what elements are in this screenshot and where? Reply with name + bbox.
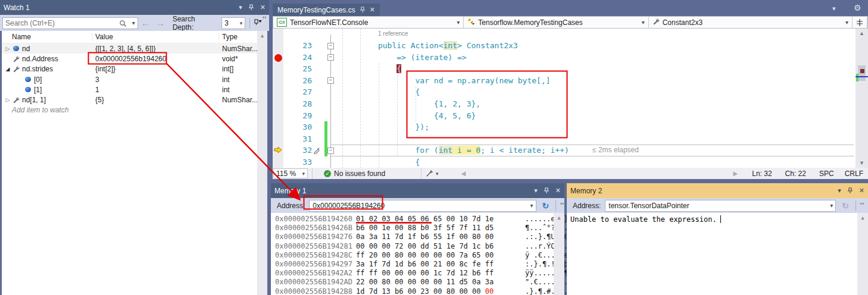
search-icon[interactable]	[119, 20, 127, 27]
watch-row[interactable]: ▷nd{[[1, 2, 3], [4, 5, 6]]}NumShar...	[2, 43, 267, 54]
format-specifier-icon[interactable]	[254, 18, 263, 28]
expander-icon[interactable]: ◢	[4, 66, 11, 72]
code-line[interactable]: 28 {1, 2, 3},	[273, 98, 855, 110]
toolbar-overflow-icon[interactable]: ''	[263, 16, 267, 23]
back-arrow-icon[interactable]: ←	[141, 18, 150, 28]
address-label: Address:	[573, 202, 601, 210]
code-text: var nd = np.array(new byte[,]	[322, 75, 551, 87]
memory1-scrollbar[interactable]: ▲	[554, 213, 564, 295]
member-dropdown[interactable]: Constant2x3 ▾	[649, 17, 853, 28]
add-watch-row[interactable]: Add item to watch	[2, 105, 267, 115]
watch-row[interactable]: [1]1int	[2, 84, 267, 95]
project-dropdown[interactable]: C# TensorFlowNET.Console ▾	[273, 17, 464, 28]
zoom-dropdown[interactable]: 115 % ▾	[273, 168, 308, 178]
forward-arrow-icon[interactable]: →	[156, 18, 165, 28]
watch-value[interactable]: {5}	[92, 96, 219, 104]
fold-collapse-icon[interactable]: −	[327, 148, 334, 154]
fold-collapse-icon[interactable]: −	[327, 77, 334, 84]
code-line[interactable]: 24− => (iterate) =>	[273, 52, 855, 64]
line-number: 30	[285, 121, 312, 133]
column-header-value[interactable]: Value	[92, 33, 219, 41]
memory1-address-input[interactable]: 0x000002556B194260 ▾	[309, 200, 536, 212]
close-icon[interactable]: ✕	[260, 4, 266, 11]
close-icon[interactable]: ✕	[555, 187, 561, 194]
watch-row[interactable]: nd.Address0x000002556b194260void*	[2, 54, 267, 64]
expander-icon[interactable]: ▷	[4, 46, 11, 52]
space-mode-indicator[interactable]: SPC	[819, 170, 834, 178]
scroll-up-icon[interactable]: ▲	[857, 215, 868, 221]
watch-row[interactable]: [0]3int	[2, 74, 267, 84]
memory1-hex-view[interactable]: 0x000002556B19426001 02 03 04 05 06 65 0…	[271, 213, 564, 295]
search-depth-dropdown[interactable]: 3 ▾	[221, 17, 245, 29]
memory2-address-input[interactable]: tensor.TensorDataPointer ▾	[605, 200, 836, 212]
window-position-icon[interactable]: ▾	[838, 187, 841, 194]
tab-pin-icon[interactable]	[360, 7, 366, 13]
watch-value[interactable]: 1	[92, 86, 219, 94]
editor-tab[interactable]: MemoryTestingCases.cs ✕	[273, 4, 380, 16]
code-line[interactable]: 33 {	[273, 156, 855, 168]
code-line[interactable]: 23− public Action<int> Constant2x3	[273, 40, 855, 52]
window-position-icon[interactable]: ▾	[239, 4, 242, 11]
code-line[interactable]: 31	[273, 133, 855, 145]
code-line[interactable]: 26− var nd = np.array(new byte[,]	[273, 75, 855, 87]
memory2-title: Memory 2	[570, 187, 838, 195]
scroll-down-icon[interactable]: ▼	[855, 160, 868, 166]
eol-indicator[interactable]: CRLF	[845, 170, 863, 178]
watch-toolbar: ▾ ← → Search Depth: 3 ▾ ''	[0, 15, 269, 31]
memory2-scrollbar[interactable]: ▲	[857, 213, 868, 295]
issues-status[interactable]: ✓ No issues found	[324, 170, 385, 178]
codelens-references[interactable]: 1 reference	[378, 30, 408, 37]
scrollbar-thumb[interactable]	[858, 65, 866, 81]
code-line[interactable]: 30 });	[273, 121, 855, 133]
scroll-up-icon[interactable]: ▲	[855, 30, 868, 36]
breakpoint-icon[interactable]	[274, 54, 282, 62]
memory-row: 0x000002556B19428100 00 00 72 00 dd 51 1…	[271, 242, 554, 251]
watch-value[interactable]: 3	[92, 76, 219, 84]
column-header-name[interactable]: Name	[2, 33, 92, 41]
property-wrench-icon	[11, 65, 21, 73]
window-position-icon[interactable]: ▾	[534, 187, 538, 194]
member-name: Constant2x3	[663, 18, 702, 27]
tab-close-icon[interactable]: ✕	[370, 6, 375, 14]
scroll-up-icon[interactable]: ▲	[554, 215, 564, 221]
code-line[interactable]: ≤ 2ms elapsed32− for (int i = 0; i < ite…	[273, 145, 855, 156]
editor-vertical-scrollbar[interactable]: ▲ ▼	[855, 29, 868, 168]
watch-row[interactable]: ▷nd[1, 1]{5}NumShar...	[2, 95, 267, 105]
address-value: tensor.TensorDataPointer	[608, 202, 689, 210]
split-window-button[interactable]	[853, 17, 867, 28]
watch-search[interactable]: ▾	[2, 17, 138, 29]
memory2-view[interactable]: Unable to evaluate the expression. ▲	[567, 213, 868, 295]
watch-value[interactable]: {int[2]}	[92, 65, 219, 73]
settings-gear-icon[interactable]: ⚙	[854, 3, 861, 12]
memory-ascii: ÿÿ.....}.¶ÿ	[525, 269, 572, 278]
code-line[interactable]: 29 {4, 5, 6}	[273, 110, 855, 122]
scroll-up-icon[interactable]: ▲	[257, 33, 267, 39]
toolbar-overflow-icon[interactable]: ''	[860, 202, 864, 209]
watch-value[interactable]: {[[1, 2, 3], [4, 5, 6]]}	[92, 45, 219, 53]
search-input[interactable]	[3, 18, 115, 29]
fold-collapse-icon[interactable]: −	[327, 43, 334, 49]
watch-name: nd.strides	[22, 65, 53, 73]
pin-icon[interactable]	[544, 187, 549, 194]
code-line[interactable]: 25 {	[273, 63, 855, 75]
hscroll-left-icon[interactable]: ◀	[461, 170, 466, 177]
search-options-chevron-icon[interactable]: ▾	[132, 20, 135, 26]
refresh-icon[interactable]: ↻	[542, 201, 549, 211]
expander-icon[interactable]: ▷	[4, 97, 11, 103]
watch-value[interactable]: 0x000002556b194260	[92, 55, 219, 63]
memory1-window: Memory 1 ▾ ✕ Address: 0x000002556B194260…	[271, 183, 564, 295]
code-line[interactable]: 27 {	[273, 86, 855, 98]
code-cleanup-icon[interactable]: ▾	[426, 170, 439, 177]
watch-scrollbar[interactable]: ▲	[257, 31, 267, 295]
watch-row[interactable]: ◢nd.strides{int[2]}int[]	[2, 64, 267, 74]
hscroll-right-icon[interactable]: ▶	[733, 170, 738, 177]
toolbar-overflow-icon[interactable]: ''	[560, 202, 564, 209]
pin-icon[interactable]	[248, 4, 254, 11]
code-editor[interactable]: 1 reference 23− public Action<int> Const…	[273, 29, 855, 168]
type-dropdown[interactable]: Tensorflow.MemoryTestingCases ▾	[464, 17, 648, 28]
line-indicator: Ln: 32	[752, 170, 772, 178]
editor-group-chevron-icon[interactable]: ▾	[832, 5, 836, 12]
fold-collapse-icon[interactable]: −	[327, 54, 334, 61]
pin-icon[interactable]	[847, 187, 853, 194]
close-icon[interactable]: ✕	[859, 187, 864, 194]
